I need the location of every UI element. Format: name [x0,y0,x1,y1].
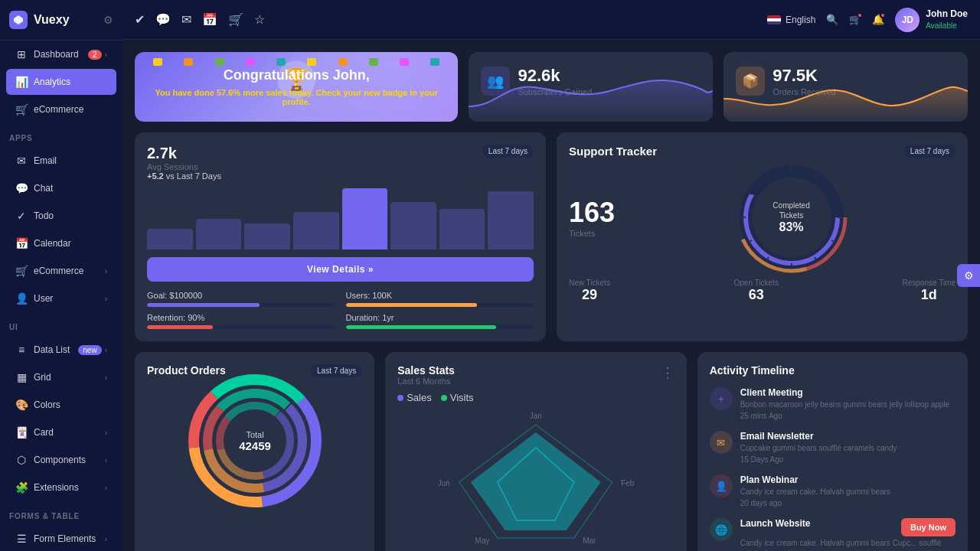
sidebar-item-colors[interactable]: 🎨 Colors [6,392,116,418]
svg-text:May: May [475,536,489,545]
sidebar-item-analytics[interactable]: 📊 Analytics [6,69,116,95]
search-button[interactable]: 🔍 [826,14,838,25]
activity-desc-1: Cupcake gummi bears soufflé caramels can… [740,443,956,454]
sidebar-item-extensions[interactable]: 🧩 Extensions › [6,474,116,500]
legend-sales-dot [397,395,403,401]
open-tickets-stat: Open Tickets 63 [734,279,779,303]
view-details-button[interactable]: View Details » [147,257,534,282]
sales-stats-subtitle: Last 6 Months [397,377,455,386]
progress-retention-fill [147,325,213,329]
sidebar-item-label: Components [34,455,86,465]
progress-duration: Duration: 1yr [346,313,534,329]
user-name: John Doe [926,8,968,21]
product-orders-donut: Total 42459 [147,383,362,498]
activity-content-2: Plan Webinar Candy ice cream cake. Halva… [740,474,956,507]
sidebar-item-label: Analytics [34,77,70,87]
topbar-mail-icon[interactable]: ✉ [181,12,191,27]
activity-item-1: ✉ Email Newsletter Cupcake gummi bears s… [710,431,956,464]
sidebar-item-label: eCommerce [34,104,83,115]
user-status: Available [926,21,968,31]
user-icon: 👤 [15,292,28,305]
bar-7 [488,191,534,249]
sidebar-item-todo[interactable]: ✓ Todo [6,203,116,229]
language-label: English [786,15,815,25]
calendar-icon: 📅 [15,237,28,249]
sales-stats-menu[interactable]: ⋮ [661,364,675,381]
new-tickets-stat: New Tickets 29 [569,279,610,303]
progress-users-label: Users: 100K [346,291,534,300]
sidebar-item-label: Form Elements [34,533,96,544]
user-initials: JD [902,15,913,25]
sidebar-item-dashboard[interactable]: ⊞ Dashboard 2 › [6,41,116,67]
cart-button[interactable]: 🛒 [849,14,861,25]
sidebar-item-user[interactable]: 👤 User › [6,285,116,311]
subscribers-chart [469,68,713,122]
topbar-calendar-icon[interactable]: 📅 [202,12,217,27]
sidebar-item-data-list[interactable]: ≡ Data List new › [6,337,116,363]
main-area: ✔ 💬 ✉ 📅 🛒 ☆ 🇺🇸 English 🔍 🛒 🔔 [122,0,980,551]
activity-dot-1: ✉ [710,431,733,454]
progress-section: Goal: $100000 Users: 100K [147,291,534,329]
row-3: Product Orders Last 7 days [135,352,968,551]
sidebar-settings-icon[interactable]: ⚙ [103,14,113,26]
row-2: 2.7k Avg Sessions +5.2 vs Last 7 Days La… [135,132,968,341]
sidebar-item-chat[interactable]: 💬 Chat [6,175,116,201]
legend-sales: Sales [397,392,432,403]
section-forms-label: FORMS & TABLE [0,501,122,525]
topbar-chat-icon[interactable]: 💬 [155,12,171,27]
topbar-check-icon[interactable]: ✔ [135,12,145,27]
logo-icon [9,11,28,29]
sidebar-item-form-elements[interactable]: ☰ Form Elements › [6,526,116,551]
svg-text:Total: Total [246,430,263,439]
notification-button[interactable]: 🔔 [872,14,884,25]
bar-6 [439,209,485,249]
buy-now-button[interactable]: Buy Now [901,518,956,536]
data-list-icon: ≡ [15,344,28,356]
analytics-icon: 📊 [15,76,28,88]
progress-duration-bar [346,325,534,329]
sidebar-item-card[interactable]: 🃏 Card › [6,419,116,445]
data-list-badge: new [78,345,101,355]
sessions-card: 2.7k Avg Sessions +5.2 vs Last 7 Days La… [135,132,546,341]
sessions-label: Avg Sessions [147,162,221,171]
sidebar-item-grid[interactable]: ▦ Grid › [6,364,116,390]
user-profile[interactable]: JD John Doe Available [895,8,968,32]
language-selector[interactable]: 🇺🇸 English [767,15,815,25]
sales-stats-header: Sales Stats Last 6 Months ⋮ [397,364,675,386]
brand-logo[interactable]: Vuexy [9,11,70,29]
support-time-badge[interactable]: Last 7 days [904,145,956,158]
support-main: 163 Tickets [569,164,956,271]
topbar: ✔ 💬 ✉ 📅 🛒 ☆ 🇺🇸 English 🔍 🛒 🔔 [122,0,980,40]
support-title: Support Tracker [569,145,657,158]
activity-title-1: Email Newsletter [740,431,956,442]
activity-desc-2: Candy ice cream cake. Halvah gummi bears [740,487,956,497]
progress-goal: Goal: $100000 [147,291,335,307]
sidebar-item-label: Todo [34,210,54,221]
progress-goal-label: Goal: $100000 [147,291,335,300]
subscribers-card: 👥 92.6k Subscribers Gained [469,52,713,122]
ecommerce-icon: 🛒 [15,103,28,116]
sidebar-item-ecommerce[interactable]: 🛒 eCommerce [6,96,116,122]
sidebar-item-calendar[interactable]: 📅 Calendar [6,230,116,256]
topbar-cart-icon[interactable]: 🛒 [228,12,243,27]
todo-icon: ✓ [15,210,28,222]
settings-fab[interactable]: ⚙ [957,264,980,287]
dashboard-chevron: › [105,51,107,59]
activity-item-3: 🌐 Launch Website Buy Now Candy ice cream… [710,518,956,551]
congrats-text: Congratulations John, You have done 57.6… [150,67,443,106]
sessions-time-badge[interactable]: Last 7 days [482,145,534,158]
user-chevron: › [105,295,107,303]
svg-text:Jan: Jan [530,412,542,420]
sessions-change-suffix: vs Last 7 Days [166,171,221,181]
sidebar-item-email[interactable]: ✉ Email [6,148,116,174]
sidebar-item-label: Email [34,155,57,166]
topbar-star-icon[interactable]: ☆ [254,12,265,27]
progress-users-bar [346,303,534,307]
sidebar-item-ecommerce2[interactable]: 🛒 eCommerce › [6,258,116,284]
bar-1 [196,219,242,249]
svg-text:Mar: Mar [583,536,596,545]
support-tickets-label: Tickets [569,229,615,238]
orders-chart [724,68,968,122]
bar-5 [390,202,436,249]
sidebar-item-components[interactable]: ⬡ Components › [6,447,116,473]
